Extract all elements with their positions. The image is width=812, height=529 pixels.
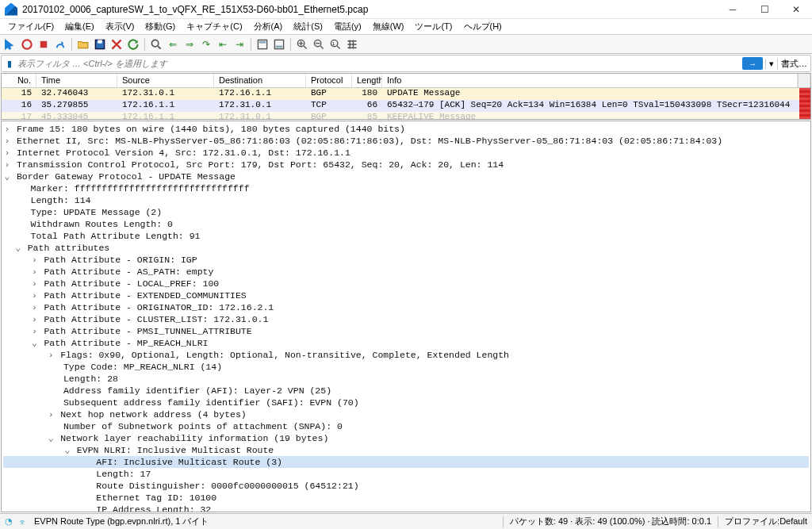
zoom-in-icon[interactable] xyxy=(295,37,309,52)
zoom-out-icon[interactable] xyxy=(312,37,326,52)
expand-icon[interactable]: › xyxy=(31,278,39,289)
col-header-time[interactable]: Time xyxy=(36,74,117,87)
packet-details-pane[interactable]: › Frame 15: 180 bytes on wire (1440 bits… xyxy=(1,121,811,512)
collapse-icon[interactable]: ⌄ xyxy=(3,171,11,182)
svg-rect-8 xyxy=(276,45,282,48)
expression-button[interactable]: 書式… xyxy=(777,58,810,70)
expand-icon[interactable]: › xyxy=(3,147,11,159)
status-bar: ◔ ᯤ EVPN Route Type (bgp.evpn.nlri.rt), … xyxy=(0,513,812,529)
col-header-protocol[interactable]: Protocol xyxy=(306,74,352,87)
options-icon[interactable] xyxy=(53,37,67,52)
resize-columns-icon[interactable] xyxy=(345,37,359,52)
start-capture-icon[interactable] xyxy=(3,37,17,52)
expand-icon[interactable]: › xyxy=(3,123,11,135)
window-title: 20170102_0006_captureSW_1_to_vQFX_RE_151… xyxy=(22,4,717,15)
menu-analyze[interactable]: 分析(A) xyxy=(249,19,288,34)
status-packets: パケット数: 49 · 表示: 49 (100.0%) · 読込時間: 0:0.… xyxy=(510,516,711,527)
packet-list-header: No. Time Source Destination Protocol Len… xyxy=(2,74,810,88)
status-profile[interactable]: プロファイル:Default xyxy=(725,516,807,527)
packet-list-pane: No. Time Source Destination Protocol Len… xyxy=(1,73,811,120)
next-icon[interactable]: ⇒ xyxy=(182,37,197,52)
prev-icon[interactable]: ⇐ xyxy=(166,37,180,52)
expand-icon[interactable]: › xyxy=(3,135,11,147)
svg-rect-6 xyxy=(259,40,266,43)
collapse-icon[interactable]: ⌄ xyxy=(14,242,22,254)
expand-icon[interactable]: › xyxy=(31,254,39,266)
restart-capture-icon[interactable] xyxy=(36,37,51,52)
menu-wireless[interactable]: 無線(W) xyxy=(368,19,409,34)
selected-field[interactable]: AFI: Inclusive Multicast Route (3) xyxy=(3,456,809,468)
app-icon xyxy=(5,3,17,16)
menu-go[interactable]: 移動(G) xyxy=(140,19,180,34)
col-header-info[interactable]: Info xyxy=(382,74,798,87)
goto-first-icon[interactable]: ⇤ xyxy=(216,37,230,52)
title-bar: 20170102_0006_captureSW_1_to_vQFX_RE_151… xyxy=(0,0,812,19)
colorize-icon[interactable] xyxy=(272,37,286,52)
packet-row[interactable]: 17 45.333045 172.16.1.1 172.31.0.1 BGP 8… xyxy=(2,112,799,119)
collapse-icon[interactable]: ⌄ xyxy=(63,444,71,456)
bookmark-icon[interactable]: ▮ xyxy=(2,59,17,69)
col-header-no[interactable]: No. xyxy=(2,74,36,87)
col-header-source[interactable]: Source xyxy=(117,74,214,87)
minimize-button[interactable]: ─ xyxy=(717,0,749,19)
expand-icon[interactable]: › xyxy=(31,301,39,313)
menu-help[interactable]: ヘルプ(H) xyxy=(459,19,507,34)
expand-icon[interactable]: › xyxy=(31,289,39,301)
packet-scrollbar-marker[interactable] xyxy=(799,88,810,119)
collapse-icon[interactable]: ⌄ xyxy=(31,337,39,349)
display-filter-bar: ▮ → ▾ 書式… xyxy=(1,55,811,72)
expand-icon[interactable]: › xyxy=(47,408,55,420)
close-file-icon[interactable] xyxy=(109,37,124,52)
save-file-icon[interactable] xyxy=(93,37,107,52)
expert-info-icon[interactable]: ◔ xyxy=(5,516,13,527)
packet-row[interactable]: 16 35.279855 172.16.1.1 172.31.0.1 TCP 6… xyxy=(2,100,799,112)
svg-point-4 xyxy=(151,40,158,46)
expand-icon[interactable]: › xyxy=(31,313,39,325)
reload-icon[interactable] xyxy=(126,37,140,52)
menu-telephony[interactable]: 電話(y) xyxy=(329,19,366,34)
display-filter-input[interactable] xyxy=(17,59,740,68)
svg-rect-3 xyxy=(98,40,102,43)
goto-last-icon[interactable]: ⇥ xyxy=(232,37,247,52)
menu-stats[interactable]: 統計(S) xyxy=(289,19,327,34)
svg-text:1: 1 xyxy=(332,40,335,45)
filter-history-dropdown[interactable]: ▾ xyxy=(765,59,777,69)
collapse-icon[interactable]: ⌄ xyxy=(47,432,55,444)
main-toolbar: ⇐ ⇒ ↷ ⇤ ⇥ 1 xyxy=(0,35,812,54)
packet-row[interactable]: 15 32.746043 172.31.0.1 172.16.1.1 BGP 1… xyxy=(2,88,799,100)
menu-capture[interactable]: キャプチャ(C) xyxy=(182,19,247,34)
autoscroll-icon[interactable] xyxy=(255,37,270,52)
expand-icon[interactable]: › xyxy=(31,266,39,278)
svg-rect-1 xyxy=(40,40,47,47)
stop-capture-icon[interactable] xyxy=(20,37,34,52)
expand-icon[interactable]: › xyxy=(31,325,39,337)
find-icon[interactable] xyxy=(149,37,163,52)
col-header-length[interactable]: Length xyxy=(352,74,382,87)
apply-filter-button[interactable]: → xyxy=(742,57,763,70)
jump-icon[interactable]: ↷ xyxy=(199,37,213,52)
expand-icon[interactable]: › xyxy=(47,349,55,361)
maximize-button[interactable]: ☐ xyxy=(749,0,780,19)
menu-view[interactable]: 表示(V) xyxy=(101,19,140,34)
menu-tools[interactable]: ツール(T) xyxy=(410,19,457,34)
zoom-reset-icon[interactable]: 1 xyxy=(328,37,343,52)
menu-edit[interactable]: 編集(E) xyxy=(60,19,99,34)
menu-bar: ファイル(F) 編集(E) 表示(V) 移動(G) キャプチャ(C) 分析(A)… xyxy=(0,19,812,35)
status-field: EVPN Route Type (bgp.evpn.nlri.rt), 1 バイ… xyxy=(34,516,209,527)
menu-file[interactable]: ファイル(F) xyxy=(3,19,59,34)
col-header-destination[interactable]: Destination xyxy=(214,74,306,87)
capture-file-icon[interactable]: ᯤ xyxy=(19,517,28,527)
close-button[interactable]: ✕ xyxy=(780,0,812,19)
svg-point-0 xyxy=(22,40,31,48)
expand-icon[interactable]: › xyxy=(3,159,11,171)
open-file-icon[interactable] xyxy=(76,37,90,52)
